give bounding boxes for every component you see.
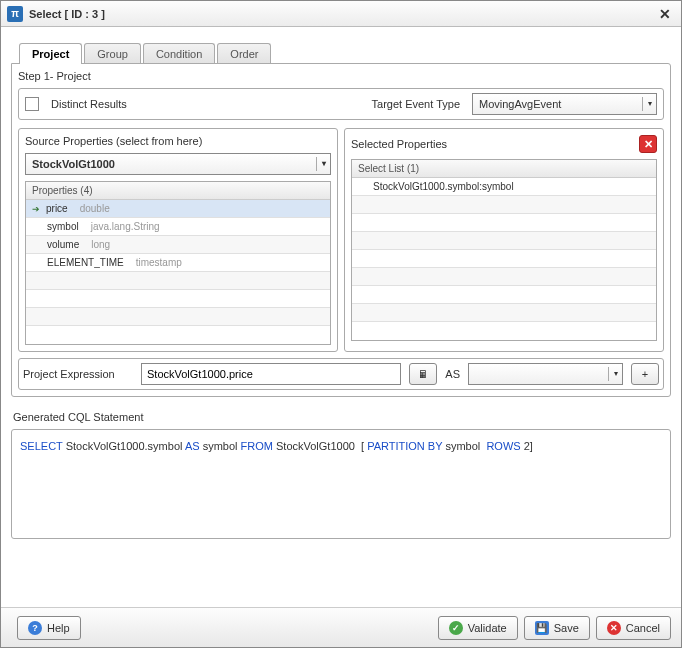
select-list-item[interactable]: StockVolGt1000.symbol:symbol	[352, 178, 656, 196]
property-row-empty	[26, 272, 330, 290]
cql-keyword: AS	[185, 440, 200, 452]
cql-keyword: SELECT	[20, 440, 63, 452]
as-label: AS	[445, 368, 460, 380]
property-name: price	[46, 203, 68, 214]
help-icon: ?	[28, 621, 42, 635]
dialog-title: Select [ ID : 3 ]	[29, 8, 655, 20]
select-list-empty	[352, 322, 656, 340]
source-select[interactable]: StockVolGt1000	[25, 153, 331, 175]
cql-text: StockVolGt1000	[276, 440, 355, 452]
property-row[interactable]: volume long	[26, 236, 330, 254]
dialog-content: Project Group Condition Order Step 1- Pr…	[1, 27, 681, 607]
validate-button[interactable]: ✓ Validate	[438, 616, 518, 640]
disk-icon: 💾	[535, 621, 549, 635]
select-dialog: π Select [ ID : 3 ] ✕ Project Group Cond…	[0, 0, 682, 648]
select-list-empty	[352, 304, 656, 322]
cancel-icon: ✕	[607, 621, 621, 635]
target-event-select[interactable]: MovingAvgEvent	[472, 93, 657, 115]
help-button[interactable]: ? Help	[17, 616, 81, 640]
cancel-label: Cancel	[626, 622, 660, 634]
save-button[interactable]: 💾 Save	[524, 616, 590, 640]
cql-text: [	[361, 440, 364, 452]
target-event-label: Target Event Type	[372, 98, 460, 110]
target-event-value: MovingAvgEvent	[479, 98, 561, 110]
properties-header: Properties (4)	[26, 182, 330, 200]
select-list-empty	[352, 268, 656, 286]
properties-columns: Source Properties (select from here) Sto…	[18, 128, 664, 352]
project-expression-row: Project Expression 🖩 AS +	[18, 358, 664, 390]
tab-group[interactable]: Group	[84, 43, 141, 64]
generated-cql-box: SELECT StockVolGt1000.symbol AS symbol F…	[11, 429, 671, 539]
cancel-button[interactable]: ✕ Cancel	[596, 616, 671, 640]
property-row-empty	[26, 326, 330, 344]
close-icon[interactable]: ✕	[655, 4, 675, 24]
selected-panel-title: Selected Properties	[351, 138, 447, 150]
selected-panel-header: Selected Properties ✕	[351, 135, 657, 153]
cql-keyword: PARTITION BY	[367, 440, 442, 452]
help-label: Help	[47, 622, 70, 634]
tab-condition[interactable]: Condition	[143, 43, 215, 64]
plus-icon: +	[642, 368, 648, 380]
project-expr-label: Project Expression	[23, 368, 133, 380]
select-list-empty	[352, 250, 656, 268]
property-type: double	[80, 203, 110, 214]
generated-cql-header: Generated CQL Statement	[13, 411, 671, 423]
add-button[interactable]: +	[631, 363, 659, 385]
expression-builder-button[interactable]: 🖩	[409, 363, 437, 385]
tab-body: Step 1- Project Distinct Results Target …	[11, 63, 671, 397]
distinct-label: Distinct Results	[51, 98, 366, 110]
as-select[interactable]	[468, 363, 623, 385]
button-bar: ? Help ✓ Validate 💾 Save ✕ Cancel	[1, 607, 681, 647]
distinct-checkbox[interactable]	[25, 97, 39, 111]
calculator-icon: 🖩	[418, 369, 428, 380]
delete-icon[interactable]: ✕	[639, 135, 657, 153]
pi-icon: π	[7, 6, 23, 22]
property-row[interactable]: ➔ price double	[26, 200, 330, 218]
property-type: timestamp	[136, 257, 182, 268]
check-icon: ✓	[449, 621, 463, 635]
project-expr-input[interactable]	[141, 363, 401, 385]
select-list-empty	[352, 286, 656, 304]
save-label: Save	[554, 622, 579, 634]
property-type: java.lang.String	[91, 221, 160, 232]
source-select-value: StockVolGt1000	[32, 158, 115, 170]
arrow-right-icon: ➔	[32, 204, 40, 214]
cql-text: symbol	[445, 440, 480, 452]
property-name: ELEMENT_TIME	[47, 257, 124, 268]
selected-properties-panel: Selected Properties ✕ Select List (1) St…	[344, 128, 664, 352]
select-list-empty	[352, 232, 656, 250]
property-type: long	[91, 239, 110, 250]
step-title: Step 1- Project	[18, 70, 664, 82]
distinct-target-row: Distinct Results Target Event Type Movin…	[18, 88, 664, 120]
cql-keyword: ROWS	[486, 440, 520, 452]
select-list-empty	[352, 196, 656, 214]
source-properties-panel: Source Properties (select from here) Sto…	[18, 128, 338, 352]
validate-label: Validate	[468, 622, 507, 634]
title-bar: π Select [ ID : 3 ] ✕	[1, 1, 681, 27]
properties-table: Properties (4) ➔ price double symbol jav…	[25, 181, 331, 345]
property-name: symbol	[47, 221, 79, 232]
tab-strip: Project Group Condition Order	[11, 43, 671, 64]
cql-text: StockVolGt1000.symbol	[66, 440, 183, 452]
select-list-table: Select List (1) StockVolGt1000.symbol:sy…	[351, 159, 657, 341]
tab-project[interactable]: Project	[19, 43, 82, 64]
cql-keyword: FROM	[241, 440, 273, 452]
select-list-value: StockVolGt1000.symbol:symbol	[373, 181, 514, 192]
source-panel-header: Source Properties (select from here)	[25, 135, 331, 147]
cql-text: symbol	[203, 440, 238, 452]
property-name: volume	[47, 239, 79, 250]
cql-text: 2]	[524, 440, 533, 452]
property-row[interactable]: ELEMENT_TIME timestamp	[26, 254, 330, 272]
select-list-header: Select List (1)	[352, 160, 656, 178]
property-row-empty	[26, 308, 330, 326]
property-row[interactable]: symbol java.lang.String	[26, 218, 330, 236]
select-list-empty	[352, 214, 656, 232]
property-row-empty	[26, 290, 330, 308]
tab-order[interactable]: Order	[217, 43, 271, 64]
